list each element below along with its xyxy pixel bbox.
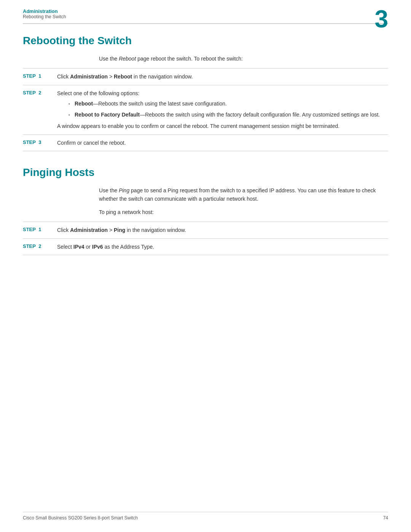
bullet2-term: Reboot to Factory Default — [75, 112, 140, 118]
step-label-3: STEP 3 — [23, 139, 53, 145]
step-content-1: Click Administration > Reboot in the nav… — [53, 72, 388, 81]
ping-step-content-1: Click Administration > Ping in the navig… — [53, 226, 388, 234]
step-content-2: Select one of the following options: Reb… — [53, 89, 388, 131]
ping-step-word-2: STEP — [23, 243, 36, 249]
footer-page-number: 74 — [383, 515, 388, 521]
step2-note: A window appears to enable you to confir… — [57, 122, 388, 130]
step-label-2: STEP 2 — [23, 89, 53, 96]
section1-intro-italic: Reboot — [119, 56, 136, 62]
section1-title: Rebooting the Switch — [23, 35, 388, 47]
section2-intro1: Use the Ping page to send a Ping request… — [99, 186, 388, 203]
step-label-1: STEP 1 — [23, 72, 53, 79]
page-container: Administration Rebooting the Switch 3 Re… — [0, 0, 411, 532]
step-row: STEP 1 Click Administration > Reboot in … — [23, 68, 388, 85]
step2-text: Select one of the following options: — [57, 90, 139, 96]
ping-step-num-2: 2 — [38, 243, 41, 249]
step3-text: Confirm or cancel the reboot. — [57, 140, 126, 146]
ping-step-label-2: STEP 2 — [23, 243, 53, 249]
chapter-number: 3 — [374, 7, 388, 31]
breadcrumb: Administration Rebooting the Switch — [23, 8, 388, 19]
step-row: STEP 2 Select IPv4 or IPv6 as the Addres… — [23, 238, 388, 255]
content-area: Rebooting the Switch Use the Reboot page… — [0, 35, 411, 255]
page-footer: Cisco Small Business SG200 Series 8-port… — [23, 512, 388, 521]
step2-bullet-list: Reboot—Reboots the switch using the late… — [68, 100, 388, 119]
ping-step-word-1: STEP — [23, 227, 36, 232]
bullet1-desc: —Reboots the switch using the latest sav… — [93, 101, 227, 107]
step-row: STEP 3 Confirm or cancel the reboot. — [23, 134, 388, 151]
ping-step-num-1: 1 — [38, 227, 41, 232]
ping-step-content-2: Select IPv4 or IPv6 as the Address Type. — [53, 243, 388, 251]
ping-step2-ipv4: IPv4 — [73, 244, 84, 250]
footer-left: Cisco Small Business SG200 Series 8-port… — [23, 515, 138, 521]
step-word-2: STEP — [23, 90, 36, 96]
step-content-3: Confirm or cancel the reboot. — [53, 139, 388, 147]
section2-intro-italic: Ping — [119, 187, 129, 193]
step-num-2: 2 — [38, 90, 41, 96]
step-word-1: STEP — [23, 73, 36, 79]
ping-step2-ipv6: IPv6 — [92, 244, 103, 250]
section1-intro: Use the Reboot page reboot the switch. T… — [99, 54, 388, 63]
section2: Pinging Hosts Use the Ping page to send … — [23, 166, 388, 255]
ping-step1-bold1: Administration — [70, 227, 108, 233]
step-row: STEP 2 Select one of the following optio… — [23, 85, 388, 134]
ping-step-label-1: STEP 1 — [23, 226, 53, 232]
bullet1-term: Reboot — [75, 101, 93, 107]
breadcrumb-sub: Rebooting the Switch — [23, 14, 388, 19]
section2-title: Pinging Hosts — [23, 166, 388, 179]
header-rule — [23, 23, 388, 24]
ping-step1-bold2: Ping — [114, 227, 125, 233]
list-item: Reboot to Factory Default—Reboots the sw… — [68, 111, 388, 119]
page-header: Administration Rebooting the Switch 3 — [0, 0, 411, 19]
step1-bold2: Reboot — [114, 73, 132, 80]
bullet2-desc: —Reboots the switch using with the facto… — [140, 112, 380, 118]
section2-steps: STEP 1 Click Administration > Ping in th… — [23, 222, 388, 255]
step-num-1: 1 — [38, 73, 41, 79]
breadcrumb-main: Administration — [23, 8, 388, 14]
step-word-3: STEP — [23, 139, 36, 145]
list-item: Reboot—Reboots the switch using the late… — [68, 100, 388, 108]
step1-bold1: Administration — [70, 73, 108, 80]
section1-steps: STEP 1 Click Administration > Reboot in … — [23, 68, 388, 151]
step-row: STEP 1 Click Administration > Ping in th… — [23, 222, 388, 238]
section2-intro2: To ping a network host: — [99, 208, 388, 216]
step-num-3: 3 — [38, 139, 41, 145]
